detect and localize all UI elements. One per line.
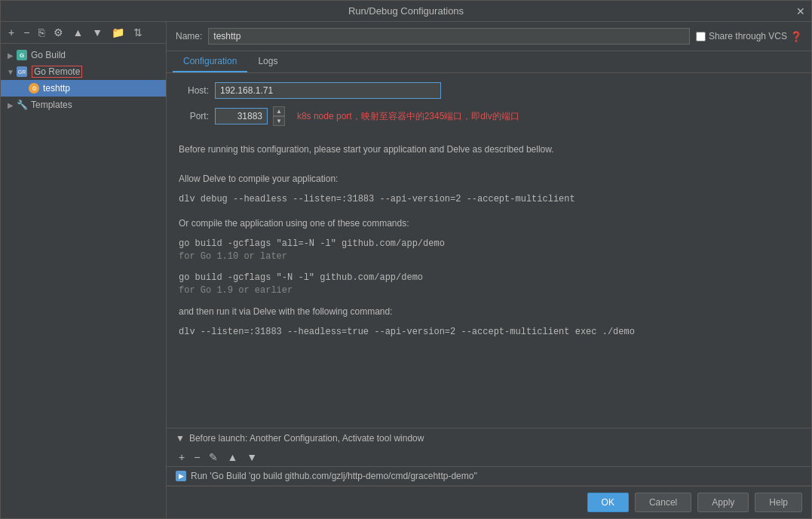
name-input[interactable]	[208, 28, 690, 45]
tree-item-go-remote[interactable]: ▼ GR Go Remote	[1, 63, 166, 80]
name-label: Name:	[176, 31, 202, 41]
folder-button[interactable]: 📁	[109, 25, 127, 40]
toggle-templates: ▶	[5, 101, 16, 109]
before-launch-toggle-icon: ▼	[176, 433, 185, 444]
templates-label: Templates	[31, 100, 72, 110]
tabs-bar: Configuration Logs	[167, 51, 811, 73]
tree-item-teshttp[interactable]: ⚙ teshttp	[1, 80, 166, 97]
right-panel: Name: Share through VCS ❓ Configuration …	[167, 22, 811, 518]
share-vcs-section: Share through VCS ❓	[696, 31, 802, 42]
tab-logs[interactable]: Logs	[247, 51, 288, 72]
note1: for Go 1.10 or later	[179, 251, 799, 262]
before-launch-item-0[interactable]: ▶ Run 'Go Build 'go build github.com/gzl…	[167, 467, 811, 486]
before-launch-header[interactable]: ▼ Before launch: Another Configuration, …	[167, 428, 811, 448]
share-vcs-label: Share through VCS	[709, 31, 787, 41]
tab-configuration[interactable]: Configuration	[173, 51, 247, 72]
remove-config-button[interactable]: −	[20, 25, 32, 40]
host-label: Host:	[179, 85, 209, 96]
apply-button[interactable]: Apply	[697, 493, 749, 512]
before-launch-section: ▼ Before launch: Another Configuration, …	[167, 428, 811, 486]
move-up-button[interactable]: ▲	[69, 25, 86, 40]
before-launch-item-label: Run 'Go Build 'go build github.com/gzlj/…	[191, 471, 477, 481]
ok-button[interactable]: OK	[587, 493, 629, 512]
name-row: Name: Share through VCS ❓	[167, 22, 811, 51]
main-content: + − ⎘ ⚙ ▲ ▼ 📁 ⇅ ▶ G Go Build	[1, 22, 811, 518]
left-panel: + − ⎘ ⚙ ▲ ▼ 📁 ⇅ ▶ G Go Build	[1, 22, 167, 518]
config-tree: ▶ G Go Build ▼ GR Go Remote	[1, 44, 166, 518]
tree-item-go-build[interactable]: ▶ G Go Build	[1, 47, 166, 63]
add-config-button[interactable]: +	[5, 25, 17, 40]
before-launch-toolbar: + − ✎ ▲ ▼	[167, 448, 811, 467]
info-line1: Before running this configuration, pleas…	[179, 143, 799, 157]
run-debug-dialog: Run/Debug Configurations ✕ + − ⎘ ⚙ ▲ ▼ 📁…	[0, 0, 812, 519]
templates-icon: 🔧	[16, 99, 28, 111]
title-bar: Run/Debug Configurations ✕	[1, 1, 811, 22]
note2: for Go 1.9 or earlier	[179, 285, 799, 296]
go-remote-icon: GR	[16, 66, 28, 78]
toggle-go-build: ▶	[5, 51, 16, 60]
bl-down-button[interactable]: ▼	[244, 450, 260, 465]
config-content: Host: Port: ▲ ▼ k8s node port，映射至容器中的234…	[167, 73, 811, 428]
toggle-go-remote: ▼	[5, 68, 16, 76]
port-down-button[interactable]: ▼	[273, 116, 285, 126]
bl-add-button[interactable]: +	[176, 450, 188, 465]
run-icon: ▶	[176, 471, 186, 481]
port-note: k8s node port，映射至容器中的2345端口，即dlv的端口	[297, 110, 519, 123]
port-up-button[interactable]: ▲	[273, 106, 285, 116]
bottom-bar: OK Cancel Apply Help	[167, 486, 811, 518]
close-button[interactable]: ✕	[796, 5, 805, 17]
host-row: Host:	[179, 82, 799, 99]
share-vcs-checkbox[interactable]	[696, 32, 706, 41]
port-spinner: ▲ ▼	[273, 106, 285, 126]
move-down-button[interactable]: ▼	[89, 25, 106, 40]
info-line4: and then run it via Delve with the follo…	[179, 305, 799, 319]
left-toolbar: + − ⎘ ⚙ ▲ ▼ 📁 ⇅	[1, 22, 166, 44]
bl-edit-button[interactable]: ✎	[206, 450, 221, 465]
go-build-icon: G	[16, 49, 28, 61]
host-input[interactable]	[215, 82, 441, 99]
help-icon[interactable]: ❓	[790, 31, 802, 42]
help-button[interactable]: Help	[755, 493, 802, 512]
tree-item-templates[interactable]: ▶ 🔧 Templates	[1, 97, 166, 113]
cancel-button[interactable]: Cancel	[635, 493, 691, 512]
dialog-title: Run/Debug Configurations	[348, 5, 464, 17]
sort-button[interactable]: ⇅	[130, 25, 146, 40]
port-input[interactable]	[215, 108, 268, 124]
cmd2: go build -gcflags "all=-N -l" github.com…	[179, 237, 799, 251]
bl-remove-button[interactable]: −	[191, 450, 203, 465]
bl-up-button[interactable]: ▲	[224, 450, 241, 465]
info-line3: Or compile the application using one of …	[179, 217, 799, 231]
cmd3: go build -gcflags "-N -l" github.com/app…	[179, 271, 799, 285]
port-label: Port:	[179, 111, 209, 121]
before-launch-title: Before launch: Another Configuration, Ac…	[189, 433, 424, 444]
info-line2: Allow Delve to compile your application:	[179, 172, 799, 186]
go-build-label: Go Build	[31, 50, 66, 60]
teshttp-icon: ⚙	[28, 82, 40, 94]
cmd1: dlv debug --headless --listen=:31883 --a…	[179, 192, 799, 207]
copy-config-button[interactable]: ⎘	[35, 25, 47, 40]
teshttp-label: teshttp	[43, 83, 70, 94]
settings-button[interactable]: ⚙	[51, 25, 66, 40]
cmd4: dlv --listen=:31883 --headless=true --ap…	[179, 325, 799, 339]
go-remote-label: Go Remote	[32, 66, 82, 78]
port-row: Port: ▲ ▼ k8s node port，映射至容器中的2345端口，即d…	[179, 106, 799, 126]
